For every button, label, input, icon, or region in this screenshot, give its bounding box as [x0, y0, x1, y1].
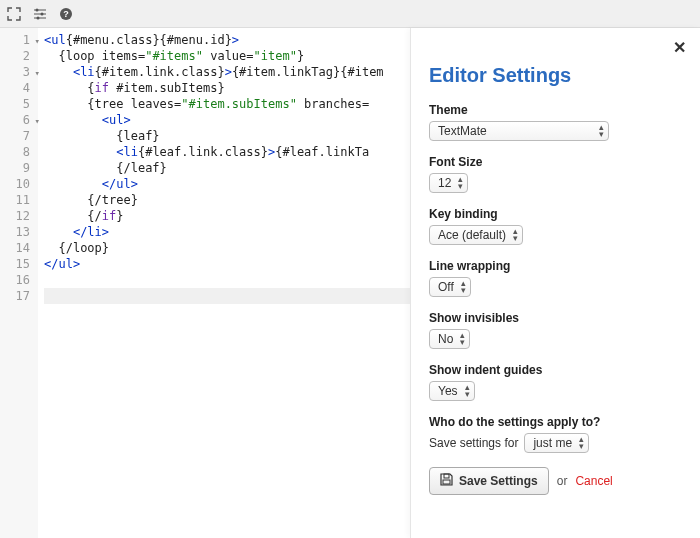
field-keybinding: Key binding Ace (default) ▴▾ — [429, 207, 682, 245]
fontsize-select[interactable]: 12 ▴▾ — [429, 173, 468, 193]
keybinding-label: Key binding — [429, 207, 682, 221]
cancel-link[interactable]: Cancel — [575, 474, 612, 488]
line-number: 13 — [0, 224, 38, 240]
chevron-updown-icon: ▴▾ — [579, 436, 584, 450]
theme-select[interactable]: TextMate ▴▾ — [429, 121, 609, 141]
invisibles-select[interactable]: No ▴▾ — [429, 329, 470, 349]
chevron-updown-icon: ▴▾ — [458, 176, 463, 190]
line-number: 12 — [0, 208, 38, 224]
line-number: 2 — [0, 48, 38, 64]
chevron-updown-icon: ▴▾ — [461, 280, 466, 294]
svg-point-1 — [41, 12, 44, 15]
svg-rect-6 — [443, 480, 450, 484]
linewrap-select[interactable]: Off ▴▾ — [429, 277, 471, 297]
line-number: 14 — [0, 240, 38, 256]
apply-label: Who do the settings apply to? — [429, 415, 682, 429]
chevron-updown-icon: ▴▾ — [599, 124, 604, 138]
fullscreen-icon[interactable] — [6, 6, 22, 22]
editor-settings-panel: ✕ Editor Settings Theme TextMate ▴▾ Font… — [410, 28, 700, 538]
save-button[interactable]: Save Settings — [429, 467, 549, 495]
linewrap-label: Line wrapping — [429, 259, 682, 273]
line-number: 15 — [0, 256, 38, 272]
theme-label: Theme — [429, 103, 682, 117]
indent-value: Yes — [438, 384, 458, 398]
apply-value: just me — [533, 436, 572, 450]
fold-icon[interactable]: ▾ — [35, 113, 40, 129]
save-label: Save Settings — [459, 474, 538, 488]
field-apply: Who do the settings apply to? Save setti… — [429, 415, 682, 453]
panel-actions: Save Settings or Cancel — [429, 467, 682, 495]
theme-value: TextMate — [438, 124, 487, 138]
line-number: 7 — [0, 128, 38, 144]
field-linewrap: Line wrapping Off ▴▾ — [429, 259, 682, 297]
line-number: 1▾ — [0, 32, 38, 48]
chevron-updown-icon: ▴▾ — [465, 384, 470, 398]
save-disk-icon — [440, 473, 453, 489]
line-number: 11 — [0, 192, 38, 208]
keybinding-select[interactable]: Ace (default) ▴▾ — [429, 225, 523, 245]
fontsize-value: 12 — [438, 176, 451, 190]
line-number: 9 — [0, 160, 38, 176]
settings-sliders-icon[interactable] — [32, 6, 48, 22]
fontsize-label: Font Size — [429, 155, 682, 169]
line-number: 8 — [0, 144, 38, 160]
apply-prefix: Save settings for — [429, 436, 518, 450]
invisibles-value: No — [438, 332, 453, 346]
line-number: 3▾ — [0, 64, 38, 80]
line-number: 5 — [0, 96, 38, 112]
indent-label: Show indent guides — [429, 363, 682, 377]
indent-select[interactable]: Yes ▴▾ — [429, 381, 475, 401]
apply-select[interactable]: just me ▴▾ — [524, 433, 589, 453]
line-gutter: 1▾23▾456▾7891011121314151617 — [0, 28, 38, 538]
fold-icon[interactable]: ▾ — [35, 33, 40, 49]
svg-text:?: ? — [63, 9, 69, 19]
line-number: 6▾ — [0, 112, 38, 128]
field-fontsize: Font Size 12 ▴▾ — [429, 155, 682, 193]
line-number: 17 — [0, 288, 38, 304]
chevron-updown-icon: ▴▾ — [460, 332, 465, 346]
svg-point-0 — [36, 8, 39, 11]
or-text: or — [557, 474, 568, 488]
field-indent: Show indent guides Yes ▴▾ — [429, 363, 682, 401]
field-invisibles: Show invisibles No ▴▾ — [429, 311, 682, 349]
line-number: 4 — [0, 80, 38, 96]
fold-icon[interactable]: ▾ — [35, 65, 40, 81]
field-theme: Theme TextMate ▴▾ — [429, 103, 682, 141]
line-number: 16 — [0, 272, 38, 288]
line-number: 10 — [0, 176, 38, 192]
svg-rect-5 — [444, 474, 449, 478]
help-icon[interactable]: ? — [58, 6, 74, 22]
linewrap-value: Off — [438, 280, 454, 294]
panel-title: Editor Settings — [429, 64, 682, 87]
keybinding-value: Ace (default) — [438, 228, 506, 242]
chevron-updown-icon: ▴▾ — [513, 228, 518, 242]
editor-toolbar: ? — [0, 0, 700, 28]
svg-point-2 — [37, 16, 40, 19]
close-icon[interactable]: ✕ — [673, 38, 686, 57]
invisibles-label: Show invisibles — [429, 311, 682, 325]
